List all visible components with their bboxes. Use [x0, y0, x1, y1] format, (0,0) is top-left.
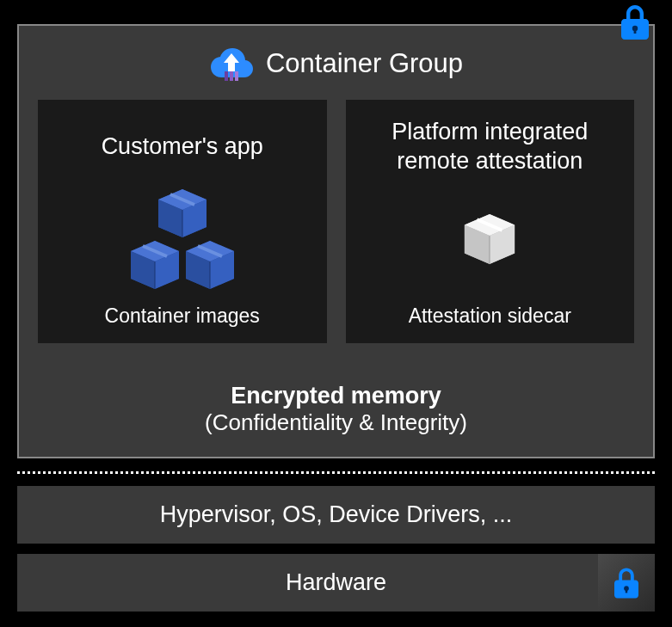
layer-label: Hardware — [286, 569, 386, 595]
svg-rect-4 — [235, 71, 238, 81]
cloud-upload-icon — [209, 43, 254, 84]
lock-icon — [614, 2, 656, 43]
card-title: Customer's app — [102, 114, 263, 181]
layer-label: Hypervisor, OS, Device Drivers, ... — [160, 501, 513, 527]
encrypted-memory-title: Encrypted memory — [38, 383, 634, 409]
card-title: Platform integrated remote attestation — [356, 114, 625, 181]
cards-row: Customer's app — [38, 100, 634, 343]
encrypted-memory-subtitle: (Confidentiality & Integrity) — [38, 409, 634, 436]
hardware-layer: Hardware — [17, 554, 655, 612]
svg-rect-1 — [634, 28, 637, 34]
attestation-card: Platform integrated remote attestation A… — [346, 100, 635, 343]
lock-icon — [598, 554, 655, 612]
container-group-title: Container Group — [266, 48, 463, 79]
svg-rect-2 — [225, 71, 228, 81]
card-caption: Attestation sidecar — [409, 304, 571, 328]
hypervisor-layer: Hypervisor, OS, Device Drivers, ... — [17, 486, 655, 544]
container-group-panel: Container Group Customer's app — [17, 24, 655, 458]
container-group-header: Container Group — [38, 43, 634, 84]
card-caption: Container images — [105, 304, 260, 328]
svg-rect-30 — [626, 588, 627, 593]
customer-app-card: Customer's app — [38, 100, 327, 343]
divider-dotted — [17, 471, 655, 474]
box-white-icon — [461, 184, 518, 294]
encrypted-memory-section: Encrypted memory (Confidentiality & Inte… — [38, 367, 634, 457]
box-stack-blue-icon — [122, 184, 243, 294]
svg-rect-3 — [230, 71, 233, 81]
